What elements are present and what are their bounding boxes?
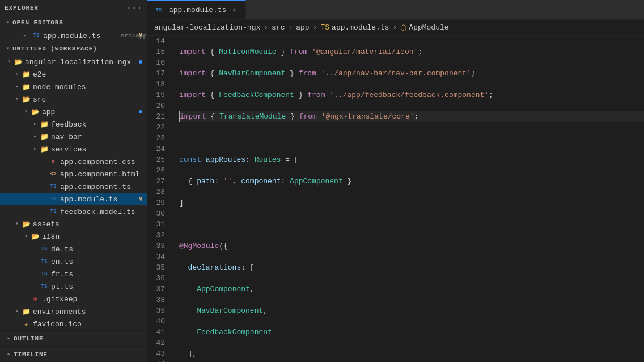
tab-app-module[interactable]: TS app.module.ts ✕ <box>147 0 246 20</box>
folder-nav-bar[interactable]: 📁 nav-bar <box>0 131 147 143</box>
folder-nav-bar-label: nav-bar <box>51 133 147 141</box>
ts-icon: TS <box>49 207 58 216</box>
folder-app[interactable]: 📂 app <box>0 106 147 118</box>
environments-chevron <box>12 307 22 316</box>
file-favicon[interactable]: ★ favicon.ico <box>0 318 147 330</box>
file-fr-ts-label: fr.ts <box>51 270 147 279</box>
workspace-chevron <box>3 44 12 53</box>
file-en-ts[interactable]: TS en.ts <box>0 255 147 268</box>
open-editor-path: src\app <box>121 32 147 39</box>
file-de-ts[interactable]: TS de.ts <box>0 243 147 255</box>
folder-node-modules-label: node_modules <box>33 83 147 91</box>
file-html-label: app.component.html <box>60 170 147 179</box>
root-folder[interactable]: 📂 angular-localization-ngx <box>0 56 147 68</box>
code-line-15: import { NavBarComponent } from '../app/… <box>179 68 644 79</box>
ts-icon: TS <box>49 195 58 204</box>
breadcrumb-root[interactable]: angular-localization-ngx <box>154 23 260 32</box>
folder-open-icon: 📂 <box>31 107 40 116</box>
e2e-chevron <box>12 70 22 79</box>
open-editors-chevron <box>3 18 12 27</box>
code-line-17: import { TranslateModule } from '@ngx-tr… <box>179 111 644 122</box>
sidebar-header: EXPLORER ··· <box>0 0 147 16</box>
file-app-component-ts-label: app.component.ts <box>60 183 147 191</box>
git-icon: ⊗ <box>31 294 40 304</box>
file-app-component-css[interactable]: # app.component.css <box>0 155 147 168</box>
file-fr-ts[interactable]: TS fr.ts <box>0 268 147 280</box>
ts-icon: TS <box>49 182 58 191</box>
file-pt-ts-label: pt.ts <box>51 283 147 291</box>
folder-src[interactable]: 📂 src <box>0 93 147 106</box>
modified-dot <box>139 60 142 64</box>
folder-node-modules[interactable]: 📁 node_modules <box>0 81 147 93</box>
folder-environments[interactable]: 📁 environments <box>0 305 147 318</box>
code-line-26: NavBarComponent, <box>179 305 644 316</box>
breadcrumb-src[interactable]: src <box>272 23 285 32</box>
folder-e2e[interactable]: 📁 e2e <box>0 68 147 81</box>
explorer-label: EXPLORER <box>5 5 39 11</box>
services-chevron <box>31 145 40 154</box>
code-line-27: FeedbackComponent <box>179 327 644 338</box>
feedback-chevron <box>31 120 40 129</box>
folder-e2e-label: e2e <box>33 70 147 79</box>
workspace-label: UNTITLED (WORKSPACE) <box>12 45 98 52</box>
close-icon[interactable]: ✕ <box>20 31 29 40</box>
timeline-section[interactable]: TIMELINE <box>0 346 147 362</box>
folder-icon: 📁 <box>40 145 49 154</box>
modified-badge-module: M <box>138 196 142 203</box>
nav-bar-chevron <box>31 132 40 141</box>
more-icon[interactable]: ··· <box>126 3 142 12</box>
ts-icon: TS <box>40 282 49 291</box>
sidebar: EXPLORER ··· OPEN EDITORS ✕ TS app.modul… <box>0 0 147 362</box>
folder-icon: 📁 <box>22 82 31 91</box>
app-dot <box>139 110 142 113</box>
file-de-ts-label: de.ts <box>51 245 147 254</box>
code-line-19: const appRoutes: Routes = [ <box>179 154 644 165</box>
sidebar-header-icons: ··· <box>126 3 142 12</box>
tab-bar: TS app.module.ts ✕ <box>147 0 644 20</box>
ts-icon: TS <box>40 245 49 254</box>
file-app-component-ts[interactable]: TS app.component.ts <box>0 180 147 193</box>
file-gitkeep-label: .gitkeep <box>42 295 147 304</box>
modified-badge: M <box>138 32 142 39</box>
file-app-module-ts[interactable]: TS app.module.ts M <box>0 193 147 205</box>
editor-area: TS app.module.ts ✕ angular-localization-… <box>147 0 644 362</box>
file-en-ts-label: en.ts <box>51 258 147 266</box>
folder-icon: 📁 <box>22 70 31 79</box>
folder-services-label: services <box>51 145 147 154</box>
folder-open-icon: 📂 <box>22 220 31 229</box>
root-chevron <box>5 57 14 66</box>
outline-section[interactable]: OUTLINE <box>0 330 147 346</box>
folder-app-label: app <box>42 108 139 116</box>
outline-label: OUTLINE <box>14 335 43 342</box>
folder-open-icon: 📂 <box>22 95 31 104</box>
css-icon: # <box>49 157 58 166</box>
folder-assets-label: assets <box>33 220 147 229</box>
breadcrumb-ts-icon: TS <box>320 23 329 32</box>
src-chevron <box>12 95 22 104</box>
folder-services[interactable]: 📁 services <box>0 143 147 155</box>
html-icon: <> <box>49 170 58 179</box>
breadcrumb-sep-1: › <box>264 23 268 32</box>
file-feedback-model-label: feedback.model.ts <box>60 208 147 216</box>
tab-close-button[interactable]: ✕ <box>230 6 239 15</box>
open-editor-item-app-module[interactable]: ✕ TS app.module.ts src\app M <box>0 30 147 42</box>
breadcrumb-file[interactable]: app.module.ts <box>332 23 389 32</box>
file-favicon-label: favicon.ico <box>33 320 147 329</box>
breadcrumb-class[interactable]: AppModule <box>409 23 448 32</box>
file-gitkeep[interactable]: ⊗ .gitkeep <box>0 293 147 305</box>
tab-label: app.module.ts <box>169 6 226 14</box>
file-feedback-model-ts[interactable]: TS feedback.model.ts <box>0 205 147 218</box>
code-content[interactable]: import { MatIconModule } from '@angular/… <box>170 36 644 362</box>
folder-src-label: src <box>33 95 147 104</box>
folder-assets[interactable]: 📂 assets <box>0 218 147 230</box>
open-editors-header[interactable]: OPEN EDITORS <box>0 16 147 30</box>
file-app-component-html[interactable]: <> app.component.html <box>0 168 147 180</box>
file-css-label: app.component.css <box>60 158 147 166</box>
folder-i18n[interactable]: 📂 i18n <box>0 230 147 243</box>
code-line-21: ] <box>179 197 644 208</box>
i18n-chevron <box>22 232 31 241</box>
breadcrumb-app[interactable]: app <box>296 23 309 32</box>
workspace-header[interactable]: UNTITLED (WORKSPACE) <box>0 42 147 56</box>
folder-feedback[interactable]: 📁 feedback <box>0 118 147 131</box>
file-pt-ts[interactable]: TS pt.ts <box>0 280 147 293</box>
